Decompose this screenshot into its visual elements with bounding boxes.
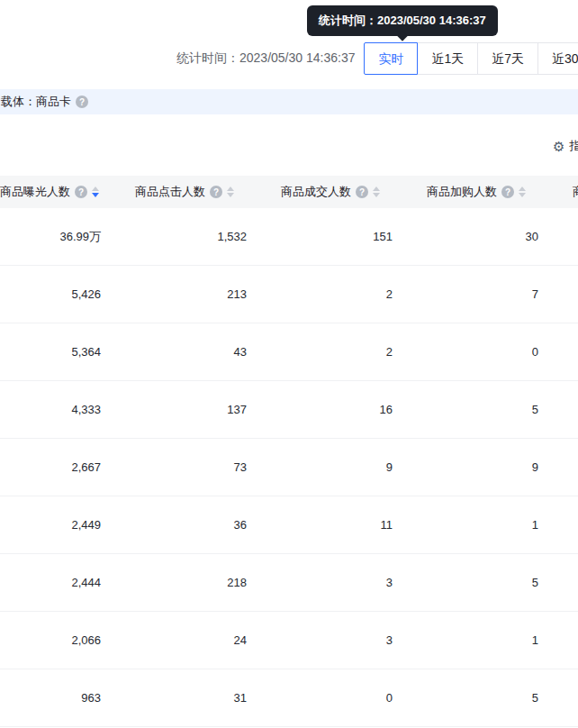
column-label: 商品点击人数 (135, 184, 205, 200)
column-header-exposure[interactable]: 商品曝光人数 ? (0, 184, 113, 200)
table-cell: 24 (113, 633, 259, 647)
range-button-1day[interactable]: 近1天 (417, 42, 478, 75)
sort-desc-icon (373, 193, 380, 197)
table-cell: 36.99万 (0, 229, 113, 245)
column-header-truncated[interactable]: 商 (551, 184, 578, 200)
help-icon[interactable]: ? (501, 186, 514, 198)
sort-asc-icon (373, 187, 380, 191)
table-cell: 137 (113, 403, 259, 416)
table-row: 2,0662431 (0, 612, 578, 669)
stat-time-tooltip: 统计时间：2023/05/30 14:36:37 (307, 5, 498, 36)
table-cell: 1,532 (113, 230, 259, 243)
sort-desc-icon (92, 193, 99, 197)
table-cell: 73 (113, 460, 259, 474)
stat-time-tooltip-text: 统计时间：2023/05/30 14:36:37 (319, 13, 486, 29)
table-cell: 218 (113, 576, 259, 589)
table-cell: 3 (259, 576, 405, 589)
sort-asc-icon (519, 187, 526, 191)
table-cell: 3 (259, 633, 405, 647)
metrics-config-button[interactable]: ⚙ 指标 (553, 138, 578, 154)
table-cell: 2,449 (0, 518, 113, 532)
carrier-label: 载体：商品卡 (1, 94, 71, 110)
table-cell: 30 (405, 230, 551, 243)
metrics-config-label: 指标 (569, 138, 578, 154)
table-cell: 5,426 (0, 287, 113, 301)
gear-icon: ⚙ (553, 140, 564, 153)
stat-time-label: 统计时间： (176, 50, 239, 65)
table-cell: 5 (405, 576, 551, 589)
column-header-purchasers[interactable]: 商品成交人数 ? (259, 184, 405, 200)
range-button-realtime[interactable]: 实时 (364, 42, 418, 75)
time-filter-row: 统计时间：2023/05/30 14:36:37 实时 近1天 近7天 近30天 (176, 42, 578, 75)
table-cell: 7 (405, 287, 551, 301)
table-cell: 963 (0, 691, 113, 705)
column-header-clicks[interactable]: 商品点击人数 ? (113, 184, 259, 200)
table-row: 2,6677399 (0, 439, 578, 496)
table-cell: 1 (405, 518, 551, 532)
analytics-page: 统计时间：2023/05/30 14:36:37 统计时间：2023/05/30… (0, 0, 578, 728)
stat-time-value: 2023/05/30 14:36:37 (239, 50, 355, 65)
stat-time-text: 统计时间：2023/05/30 14:36:37 (176, 50, 355, 67)
sort-icon[interactable] (92, 187, 99, 197)
table-cell: 2 (259, 345, 405, 359)
table-cell: 0 (405, 345, 551, 359)
sort-icon[interactable] (519, 187, 526, 197)
column-header-addcart[interactable]: 商品加购人数 ? (405, 184, 551, 200)
table-row: 5,42621327 (0, 266, 578, 323)
table-row: 2,44936111 (0, 496, 578, 554)
column-label: 商品曝光人数 (0, 184, 70, 200)
table-cell: 36 (113, 518, 259, 532)
table-row: 2,44421835 (0, 554, 578, 612)
table-cell: 2,066 (0, 633, 113, 647)
product-metrics-table: 商品曝光人数 ? 商品点击人数 ? 商品成交人数 ? 商品加购人数 ? 商 (0, 176, 578, 727)
sort-icon[interactable] (227, 187, 234, 197)
time-range-group: 实时 近1天 近7天 近30天 (364, 42, 578, 75)
table-cell: 11 (259, 518, 405, 532)
table-row: 36.99万1,53215130 (0, 208, 578, 266)
range-button-7day[interactable]: 近7天 (477, 42, 538, 75)
sort-desc-icon (519, 193, 526, 197)
table-cell: 1 (405, 633, 551, 647)
column-label: 商品成交人数 (281, 184, 351, 200)
help-icon[interactable]: ? (210, 186, 222, 198)
table-cell: 5 (405, 403, 551, 416)
table-body: 36.99万1,532151305,426213275,36443204,333… (0, 208, 578, 727)
column-label: 商 (573, 184, 578, 200)
table-row: 9633105 (0, 669, 578, 727)
tooltip-arrow-icon (397, 31, 407, 41)
help-icon[interactable]: ? (75, 186, 87, 198)
table-cell: 5,364 (0, 345, 113, 359)
table-row: 4,333137165 (0, 381, 578, 439)
table-cell: 151 (259, 230, 405, 243)
table-cell: 9 (259, 460, 405, 474)
table-cell: 2,444 (0, 576, 113, 589)
table-cell: 213 (113, 287, 259, 301)
table-cell: 5 (405, 691, 551, 705)
table-cell: 43 (113, 345, 259, 359)
table-header: 商品曝光人数 ? 商品点击人数 ? 商品成交人数 ? 商品加购人数 ? 商 (0, 176, 578, 208)
range-button-30day[interactable]: 近30天 (537, 42, 578, 75)
table-cell: 9 (405, 460, 551, 474)
table-cell: 2,667 (0, 460, 113, 474)
sort-icon[interactable] (373, 187, 380, 197)
carrier-bar: 载体：商品卡 ? (0, 89, 578, 114)
column-label: 商品加购人数 (427, 184, 497, 200)
sort-desc-icon (227, 193, 234, 197)
sort-asc-icon (227, 187, 234, 191)
table-cell: 31 (113, 691, 259, 705)
table-cell: 0 (259, 691, 405, 705)
help-icon[interactable]: ? (76, 96, 88, 108)
table-cell: 16 (259, 403, 405, 416)
help-icon[interactable]: ? (356, 186, 368, 198)
table-row: 5,3644320 (0, 323, 578, 381)
table-cell: 2 (259, 287, 405, 301)
sort-asc-icon (92, 187, 99, 191)
table-cell: 4,333 (0, 403, 113, 416)
